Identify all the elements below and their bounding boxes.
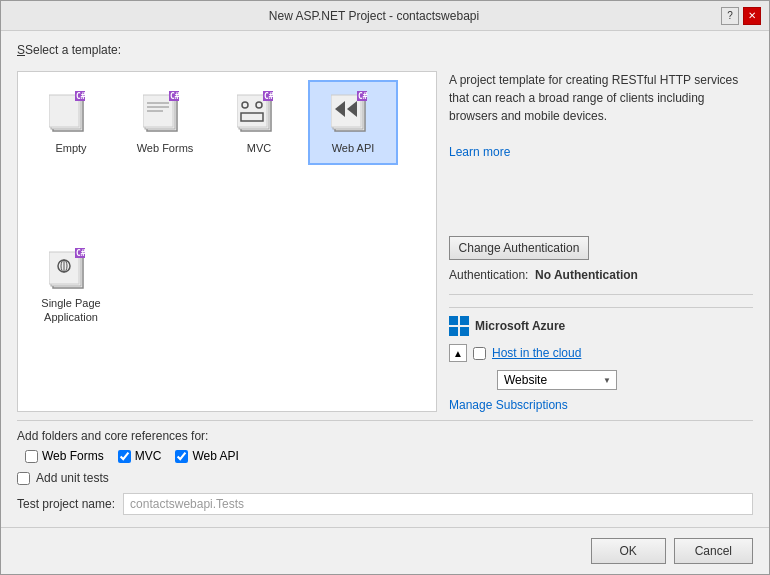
template-spa-label: Single Page Application [32, 296, 110, 325]
auth-section: Change Authentication Authentication: No… [449, 236, 753, 282]
manage-subscriptions-link[interactable]: Manage Subscriptions [449, 398, 568, 412]
azure-title: Microsoft Azure [475, 319, 565, 333]
template-mvc-label: MVC [247, 141, 271, 155]
website-select-wrapper: Website Virtual Machine Mobile Service C… [473, 370, 617, 390]
main-window: New ASP.NET Project - contactswebapi ? ✕… [0, 0, 770, 575]
cancel-button[interactable]: Cancel [674, 538, 753, 564]
web-forms-checkbox[interactable] [25, 450, 38, 463]
close-button[interactable]: ✕ [743, 7, 761, 25]
svg-rect-34 [449, 316, 458, 325]
ok-button[interactable]: OK [591, 538, 666, 564]
template-spa[interactable]: C# Single Page Application [26, 244, 116, 329]
footer: OK Cancel [1, 527, 769, 574]
project-name-row: Test project name: [17, 493, 753, 515]
collapse-button[interactable]: ▲ [449, 344, 467, 362]
template-web-api[interactable]: C# Web API [308, 80, 398, 165]
template-section-label: SSelect a template: [17, 43, 753, 57]
webforms-icon-svg: C# [143, 91, 187, 135]
svg-rect-35 [460, 316, 469, 325]
web-forms-checkbox-item[interactable]: Web Forms [25, 449, 104, 463]
template-spa-icon: C# [47, 248, 95, 292]
title-controls: ? ✕ [721, 7, 761, 25]
unit-test-checkbox[interactable] [17, 472, 30, 485]
webapi-icon-svg: C# [331, 91, 375, 135]
add-folders-label: Add folders and core references for: [17, 429, 753, 443]
templates-panel: C# Empty [17, 71, 437, 412]
svg-rect-15 [237, 95, 267, 127]
project-name-label: Test project name: [17, 497, 115, 511]
description-text: A project template for creating RESTful … [449, 71, 753, 161]
learn-more-link[interactable]: Learn more [449, 145, 510, 159]
window-title: New ASP.NET Project - contactswebapi [27, 9, 721, 23]
empty-icon-svg: C# [49, 91, 93, 135]
template-webapi-label: Web API [332, 141, 375, 155]
azure-logo-icon [449, 316, 469, 336]
checkboxes-row: Web Forms MVC Web API [25, 449, 753, 463]
templates-grid: C# Empty [18, 72, 436, 411]
web-api-checkbox[interactable] [175, 450, 188, 463]
template-webforms-label: Web Forms [137, 141, 194, 155]
auth-value: No Authentication [535, 268, 638, 282]
svg-rect-36 [449, 327, 458, 336]
mvc-checkbox-label: MVC [135, 449, 162, 463]
main-content: SSelect a template: C# [1, 31, 769, 527]
auth-divider [449, 294, 753, 295]
mvc-checkbox-item[interactable]: MVC [118, 449, 162, 463]
template-empty-icon: C# [47, 89, 95, 137]
svg-rect-2 [49, 95, 79, 127]
spa-icon-svg: C# [49, 248, 93, 292]
web-api-checkbox-label: Web API [192, 449, 238, 463]
svg-text:C#: C# [76, 249, 86, 258]
unit-test-row: Add unit tests [17, 471, 753, 485]
website-select[interactable]: Website Virtual Machine Mobile Service C… [497, 370, 617, 390]
svg-text:C#: C# [358, 92, 368, 101]
host-cloud-checkbox[interactable] [473, 347, 486, 360]
svg-rect-37 [460, 327, 469, 336]
change-auth-button[interactable]: Change Authentication [449, 236, 589, 260]
template-webforms-icon: C# [141, 89, 189, 137]
template-mvc-icon: C# [235, 89, 283, 137]
mvc-icon-svg: C# [237, 91, 281, 135]
title-bar: New ASP.NET Project - contactswebapi ? ✕ [1, 1, 769, 31]
description-spacer [449, 169, 753, 228]
project-name-input[interactable] [123, 493, 753, 515]
template-web-forms[interactable]: C# Web Forms [120, 80, 210, 165]
help-button[interactable]: ? [721, 7, 739, 25]
auth-label: Authentication: No Authentication [449, 268, 753, 282]
web-forms-checkbox-label: Web Forms [42, 449, 104, 463]
svg-text:C#: C# [264, 92, 274, 101]
unit-test-label: Add unit tests [36, 471, 109, 485]
host-cloud-row: ▲ Host in the cloud [449, 344, 753, 362]
template-empty-label: Empty [55, 141, 86, 155]
web-api-checkbox-item[interactable]: Web API [175, 449, 238, 463]
svg-text:C#: C# [170, 92, 180, 101]
right-panel: A project template for creating RESTful … [449, 71, 753, 412]
main-area: C# Empty [17, 71, 753, 412]
azure-logo-svg [449, 316, 469, 336]
template-webapi-icon: C# [329, 89, 377, 137]
template-empty[interactable]: C# Empty [26, 80, 116, 165]
template-mvc[interactable]: C# MVC [214, 80, 304, 165]
azure-section: Microsoft Azure ▲ Host in the cloud Webs… [449, 307, 753, 412]
mvc-checkbox[interactable] [118, 450, 131, 463]
bottom-section: Add folders and core references for: Web… [17, 420, 753, 515]
azure-header: Microsoft Azure [449, 316, 753, 336]
host-cloud-label[interactable]: Host in the cloud [492, 346, 581, 360]
svg-text:C#: C# [76, 92, 86, 101]
